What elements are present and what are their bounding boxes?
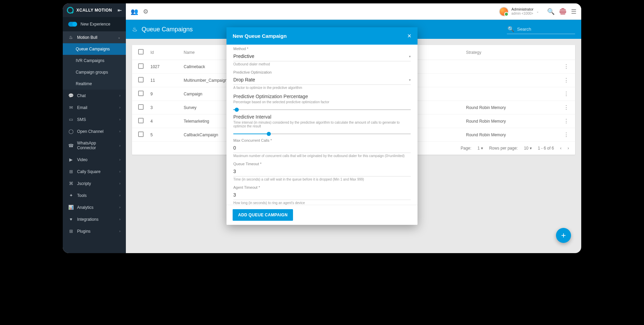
row-checkbox[interactable] [138, 104, 144, 110]
page-range: 1 - 6 of 6 [538, 146, 554, 151]
nav-section-label: Motion Bull [77, 35, 97, 40]
nav-section-motion-bull[interactable]: ♨ Motion Bull ⌄ [63, 31, 126, 43]
fire-icon: ♨ [68, 35, 74, 40]
nav-item-email[interactable]: ✉Email› [63, 102, 126, 113]
chevron-right-icon: › [119, 229, 120, 233]
integrations-icon: ♥ [68, 217, 74, 222]
new-experience-toggle[interactable]: New Experience [63, 17, 126, 31]
user-sub: admin <1000> [511, 12, 533, 16]
rpp-label: Rows per page: [489, 146, 518, 151]
nav-item-sms[interactable]: ▭SMS› [63, 113, 126, 125]
chevron-right-icon: › [119, 129, 120, 133]
add-queue-campaign-button[interactable]: ADD QUEUE CAMPAIGN [233, 209, 293, 221]
fab-add-button[interactable]: + [556, 228, 571, 243]
cell-strategy: Round Robin Memory [463, 128, 560, 142]
toggle-switch-icon [68, 22, 77, 27]
cally-square-icon: ⊞ [68, 169, 74, 174]
flag-icon[interactable] [559, 8, 566, 15]
opt-select[interactable]: Drop Rate ▾ [233, 75, 411, 85]
row-menu-icon[interactable]: ⋮ [560, 87, 575, 101]
fire-icon: ♨ [132, 26, 137, 33]
page-title: Queue Campaigns [142, 26, 193, 33]
th-strategy[interactable]: Strategy [463, 45, 560, 60]
sidebar-header: XCALLY MOTION ⇤ [63, 3, 126, 17]
cell-strategy: Round Robin Memory [463, 101, 560, 114]
row-checkbox[interactable] [138, 63, 144, 69]
row-checkbox[interactable] [138, 118, 144, 123]
close-icon[interactable]: × [407, 32, 411, 40]
interval-slider[interactable] [233, 134, 411, 134]
field-agent-timeout: Agent Timeout * How long (in seconds) to… [233, 185, 411, 205]
prev-page[interactable]: ‹ [560, 146, 561, 151]
method-select[interactable]: Predictive ▾ [233, 51, 411, 61]
nav-sub-realtime[interactable]: Realtime [63, 78, 126, 90]
nav-item-cally-square[interactable]: ⊞Cally Square› [63, 166, 126, 177]
row-checkbox[interactable] [138, 131, 144, 137]
nav-item-whatsapp[interactable]: ☎WhatsApp Connector› [63, 137, 126, 154]
row-checkbox[interactable] [138, 77, 144, 82]
nav-item-analytics[interactable]: 📊Analytics› [63, 201, 126, 213]
nav-item-jscripty[interactable]: ⌘Jscripty› [63, 177, 126, 189]
row-menu-icon[interactable]: ⋮ [560, 128, 575, 142]
chevron-right-icon: › [119, 182, 120, 185]
collapse-icon[interactable]: ⇤ [118, 7, 122, 13]
page-select[interactable]: 1 ▾ [478, 146, 483, 151]
select-all-checkbox[interactable] [138, 49, 144, 55]
rpp-select[interactable]: 10 ▾ [524, 146, 532, 151]
user-role: Administrator [511, 7, 533, 12]
nav-sub-ivr-campaigns[interactable]: IVR Campaigns [63, 55, 126, 66]
next-page[interactable]: › [568, 146, 569, 151]
row-menu-icon[interactable]: ⋮ [560, 60, 575, 74]
cell-strategy [463, 60, 560, 74]
nav-item-integrations[interactable]: ♥Integrations› [63, 213, 126, 225]
atimeout-input[interactable] [233, 190, 411, 200]
logo-icon [67, 7, 74, 14]
gear-icon[interactable]: ⚙ [143, 8, 148, 15]
nav-item-plugins[interactable]: ⊞Plugins› [63, 225, 126, 237]
optpct-slider[interactable] [233, 109, 411, 110]
user-menu[interactable]: Administrator admin <1000> ⌄ [499, 7, 539, 16]
th-id[interactable]: Id [147, 45, 180, 60]
cell-id: 9 [147, 87, 180, 101]
new-queue-campaign-modal: New Queue Campaign × Method * Predictive… [226, 27, 418, 225]
nav-item-open-channel[interactable]: ◯Open Channel› [63, 125, 126, 137]
qtimeout-input[interactable] [233, 167, 411, 176]
method-label: Method * [233, 47, 411, 51]
nav: ♨ Motion Bull ⌄ Queue Campaigns IVR Camp… [63, 31, 126, 237]
row-menu-icon[interactable]: ⋮ [560, 114, 575, 128]
row-menu-icon[interactable]: ⋮ [560, 101, 575, 114]
search-input[interactable] [517, 27, 574, 32]
cell-strategy [463, 87, 560, 101]
chat-icon: 💬 [68, 93, 74, 98]
nav-item-tools[interactable]: ✦Tools› [63, 189, 126, 201]
chevron-right-icon: › [119, 170, 120, 173]
sms-icon: ▭ [68, 117, 74, 122]
menu-icon[interactable]: ☰ [571, 8, 576, 15]
cell-strategy [463, 74, 560, 87]
chevron-down-icon: ⌄ [118, 35, 120, 39]
interval-hint: Time interval (in minutes) considered by… [233, 121, 411, 128]
search-icon[interactable]: 🔍 [547, 8, 555, 15]
page-search[interactable]: 🔍 [507, 25, 575, 34]
cell-id: 4 [147, 114, 180, 128]
app-window: XCALLY MOTION ⇤ New Experience ♨ Motion … [63, 3, 581, 253]
chevron-right-icon: › [119, 94, 120, 97]
slider-thumb-icon [267, 132, 271, 136]
maxcalls-input[interactable] [233, 143, 411, 153]
row-menu-icon[interactable]: ⋮ [560, 74, 575, 87]
nav-item-chat[interactable]: 💬Chat› [63, 90, 126, 102]
tools-icon: ✦ [68, 193, 74, 198]
nav-item-video[interactable]: ▶Video› [63, 154, 126, 166]
qtimeout-hint: Time (in seconds) a call will wait in th… [233, 177, 411, 181]
nav-sub-campaign-groups[interactable]: Campaign groups [63, 66, 126, 78]
slider-thumb-icon [235, 108, 239, 112]
plugins-icon: ⊞ [68, 229, 74, 234]
nav-sub-queue-campaigns[interactable]: Queue Campaigns [63, 43, 126, 55]
row-checkbox[interactable] [138, 91, 144, 96]
email-icon: ✉ [68, 105, 74, 110]
atimeout-label: Agent Timeout * [233, 185, 411, 189]
caret-down-icon: ▾ [409, 78, 411, 82]
people-icon[interactable]: 👥 [131, 8, 138, 15]
cell-id: 1027 [147, 60, 180, 74]
maxcalls-label: Max Concurrent Calls * [233, 138, 411, 142]
